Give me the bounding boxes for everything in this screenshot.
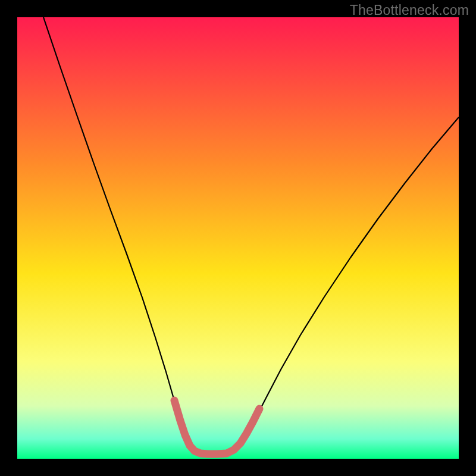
plot-area (17, 17, 459, 459)
watermark-text: TheBottleneck.com (350, 2, 469, 18)
chart-frame: TheBottleneck.com (0, 0, 476, 476)
chart-background (17, 17, 459, 459)
chart-svg (17, 17, 459, 459)
